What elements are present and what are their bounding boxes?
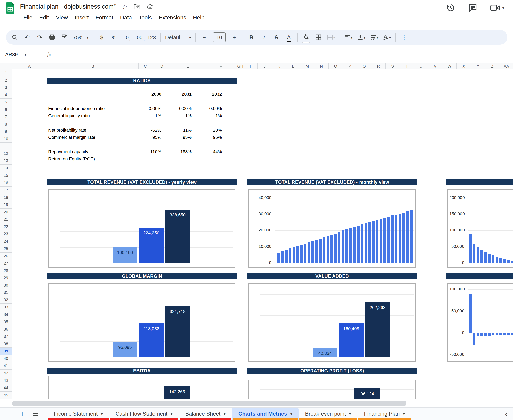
row-header-13[interactable]: 13 [0,157,12,165]
row-header-15[interactable]: 15 [0,172,12,179]
merge-cells-button[interactable]: ▾ [327,32,335,43]
star-icon[interactable]: ☆ [122,3,128,10]
column-header-N[interactable]: N [315,63,329,69]
vertical-align-button[interactable]: ▾ [357,32,366,43]
column-header-G[interactable]: G [237,63,241,69]
row-header-21[interactable]: 21 [0,216,12,223]
row-header-14[interactable]: 14 [0,165,12,172]
add-sheet-button[interactable]: + [20,410,24,418]
tab-charts-and-metrics[interactable]: Charts and Metrics▾ [232,408,299,420]
column-header-D[interactable]: D [152,63,171,69]
undo-button[interactable]: ↶ [23,32,31,43]
zoom-select[interactable]: 75% ▾ [73,32,88,43]
column-header-P[interactable]: P [343,63,357,69]
row-header-41[interactable]: 41 [0,362,12,370]
move-folder-icon[interactable] [134,3,140,10]
column-header-Z[interactable]: Z [485,63,499,69]
menu-view[interactable]: View [52,14,71,22]
column-header-W[interactable]: W [442,63,457,69]
column-header-C[interactable]: C [139,63,152,69]
menu-format[interactable]: Format [92,14,117,22]
row-header-31[interactable]: 31 [0,289,12,296]
tab-balance-sheet[interactable]: Balance Sheet▾ [179,408,232,420]
decrease-font-size-button[interactable]: − [200,32,208,43]
row-header-39[interactable]: 39 [0,348,12,355]
document-title[interactable]: Financial plan - dojobusiness.com© [20,3,116,10]
italic-button[interactable]: I [260,32,268,43]
row-header-5[interactable]: 5 [0,99,12,106]
comments-icon[interactable] [468,3,477,12]
chart-right-mid-partial[interactable]: 100,00050,0000-50,000 [446,273,513,362]
tab-cash-flow-statement[interactable]: Cash Flow Statement▾ [109,408,179,420]
row-header-6[interactable]: 6 [0,106,12,113]
text-rotation-button[interactable]: ▾ [382,32,391,43]
row-header-42[interactable]: 42 [0,370,12,377]
scroll-tabs-left-icon[interactable]: ‹ [505,410,508,418]
row-header-26[interactable]: 26 [0,253,12,260]
row-header-36[interactable]: 36 [0,326,12,333]
column-header-B[interactable]: B [47,63,139,69]
format-currency-button[interactable]: $ [98,32,106,43]
column-header-R[interactable]: R [371,63,386,69]
redo-button[interactable]: ↷ [36,32,44,43]
font-select[interactable]: Defaul...▾ [165,32,191,43]
increase-font-size-button[interactable]: + [230,32,238,43]
column-header-F[interactable]: F [204,63,237,69]
column-header-K[interactable]: K [272,63,286,69]
row-header-33[interactable]: 33 [0,304,12,311]
row-header-9[interactable]: 9 [0,128,12,135]
menu-edit[interactable]: Edit [36,14,52,22]
meet-video-control[interactable]: ▾ [490,3,504,12]
chart-global-margin[interactable]: GLOBAL MARGIN 95,095213,038321,718 [47,273,237,362]
bold-button[interactable]: B [248,32,256,43]
name-box[interactable]: AR39▾ [0,52,37,57]
row-header-28[interactable]: 28 [0,267,12,275]
row-header-32[interactable]: 32 [0,296,12,304]
menu-file[interactable]: File [20,14,36,22]
row-header-29[interactable]: 29 [0,274,12,282]
column-header-T[interactable]: T [400,63,414,69]
row-header-43[interactable]: 43 [0,377,12,384]
column-header-I[interactable]: I [243,63,257,69]
chart-value-added[interactable]: VALUE ADDED 42,334160,408262,263 [247,273,417,362]
row-header-8[interactable]: 8 [0,121,12,128]
horizontal-align-button[interactable]: ▾ [344,32,353,43]
increase-decimal-button[interactable]: .00→ [135,32,143,43]
row-header-16[interactable]: 16 [0,179,12,187]
paint-format-button[interactable] [60,32,68,43]
tab-break-even-point[interactable]: Break-even point▾ [299,408,358,420]
column-header-H[interactable]: H [241,63,243,69]
row-header-22[interactable]: 22 [0,223,12,231]
row-header-12[interactable]: 12 [0,150,12,158]
column-header-M[interactable]: M [300,63,315,69]
row-header-18[interactable]: 18 [0,194,12,201]
row-header-10[interactable]: 10 [0,135,12,143]
column-header-Y[interactable]: Y [471,63,485,69]
column-header-J[interactable]: J [257,63,272,69]
row-header-37[interactable]: 37 [0,333,12,340]
row-header-2[interactable]: 2 [0,77,12,84]
select-all-corner[interactable] [0,63,12,69]
row-header-4[interactable]: 4 [0,91,12,99]
text-wrap-button[interactable]: ▾ [370,32,378,43]
row-header-1[interactable]: 1 [0,69,12,77]
sheets-logo-icon[interactable] [6,2,15,14]
formula-input[interactable] [51,46,513,63]
search-icon[interactable] [11,32,19,43]
row-header-38[interactable]: 38 [0,340,12,348]
number-format-button[interactable]: 123 [147,32,156,43]
chart-ebitda[interactable]: EBITDA 142,263 [47,368,237,399]
strikethrough-button[interactable]: S [272,32,280,43]
row-header-24[interactable]: 24 [0,238,12,245]
tab-financing-plan[interactable]: Financing Plan▾ [358,408,411,420]
menu-extensions[interactable]: Extensions [155,14,190,22]
chart-revenue-monthly[interactable]: TOTAL REVENUE (VAT EXCLUDED) - monthly v… [247,179,417,268]
menu-data[interactable]: Data [117,14,135,22]
chart-revenue-yearly[interactable]: TOTAL REVENUE (VAT EXCLUDED) - yearly vi… [47,179,237,268]
row-header-40[interactable]: 40 [0,355,12,362]
print-button[interactable] [48,32,56,43]
all-sheets-menu-icon[interactable] [33,412,38,416]
sheet-canvas[interactable]: RATIOS 203020312032 Financial independen… [12,69,513,399]
menu-help[interactable]: Help [190,14,208,22]
column-header-V[interactable]: V [428,63,442,69]
